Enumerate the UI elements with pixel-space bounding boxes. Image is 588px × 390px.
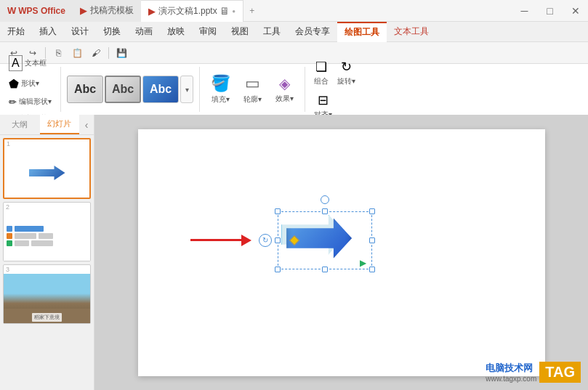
tab-member[interactable]: 会员专享 — [288, 22, 337, 42]
title-bar: W WPS Office ▶ 找稿壳模板 ▶ 演示文稿1.pptx 🖥 ● + … — [0, 0, 588, 22]
left-panel: 大纲 幻灯片 ‹ 1 2 — [0, 115, 94, 390]
shape-style-more[interactable]: ▾ — [180, 76, 193, 103]
separator-2 — [108, 47, 109, 59]
tab-draw-tools[interactable]: 绘图工具 — [337, 22, 387, 42]
slide-inner-3: 稻家下意境 — [4, 274, 90, 323]
minimize-button[interactable]: ─ — [512, 0, 537, 22]
template-label: 找稿壳模板 — [90, 4, 134, 17]
contour-btn[interactable]: ▭ 轮廓▾ — [238, 73, 267, 106]
slide-num-3: 3 — [4, 265, 90, 274]
ribbon-tabs: 开始 插入 设计 切换 动画 放映 审阅 视图 工具 会员专享 绘图工具 文本工… — [0, 22, 588, 42]
slide-inner-2 — [4, 211, 90, 261]
edit-shape-btn[interactable]: ✏ 编辑形状▾ — [6, 95, 55, 109]
tab-view[interactable]: 视图 — [224, 22, 256, 42]
slide-num-1: 1 — [4, 139, 89, 148]
handle-tr[interactable] — [369, 208, 375, 214]
watermark-main-text: 电脑技术网 — [486, 362, 536, 375]
align-icon: ⊟ — [318, 92, 329, 108]
wps-label: WPS Office — [18, 6, 65, 16]
rotation-handle[interactable] — [321, 195, 329, 204]
thumb2-row2 — [7, 233, 53, 239]
watermark: 电脑技术网 www.tagxp.com TAG — [486, 362, 581, 383]
tab-text-tools[interactable]: 文本工具 — [387, 22, 436, 42]
thumb2-bar3 — [39, 233, 53, 239]
shape-style-3[interactable]: Abc — [142, 76, 179, 103]
monitor-icon: 🖥 — [220, 5, 230, 17]
template-icon: ▶ — [80, 5, 87, 16]
thumb2-row3 — [7, 240, 53, 246]
wps-tab[interactable]: W WPS Office — [0, 0, 73, 22]
panel-tabs: 大纲 幻灯片 ‹ — [0, 115, 94, 135]
tab-design[interactable]: 设计 — [64, 22, 96, 42]
rotate-label: 旋转▾ — [337, 76, 355, 86]
rotate-circle-icon[interactable]: ↻ — [259, 234, 272, 247]
tab-tools[interactable]: 工具 — [256, 22, 288, 42]
thumb3-label: 稻家下意境 — [32, 313, 62, 322]
shape-label: 形状▾ — [21, 78, 39, 89]
thumb2-icons — [7, 226, 44, 232]
contour-icon: ▭ — [245, 74, 260, 93]
paste-btn[interactable]: 📋 — [69, 45, 85, 61]
handle-br[interactable] — [369, 267, 375, 272]
contour-label: 轮廓▾ — [243, 94, 262, 105]
effect-label: 效果▾ — [275, 94, 294, 104]
thumb-arrow-shape — [29, 166, 65, 180]
tab-outline[interactable]: 大纲 — [0, 115, 40, 134]
handle-tl[interactable] — [275, 208, 281, 214]
text-box-btn[interactable]: A 文本框 — [6, 54, 49, 73]
format-btn[interactable]: 🖌 — [88, 45, 104, 61]
slide-thumb-3[interactable]: 3 稻家下意境 — [3, 264, 91, 324]
shape-btn[interactable]: ⬟ 形状▾ — [6, 76, 42, 92]
tab-slides[interactable]: 幻灯片 — [40, 115, 80, 134]
panel-close[interactable]: ‹ — [79, 115, 94, 134]
slide-num-2: 2 — [4, 203, 90, 211]
rotate-icon: ↻ — [341, 59, 352, 75]
rotate-btn[interactable]: ↻ 旋转▾ — [334, 57, 358, 88]
new-tab-button[interactable]: + — [243, 6, 260, 16]
handle-ml[interactable] — [275, 237, 281, 243]
handle-mr[interactable] — [369, 237, 375, 243]
main-layout: 大纲 幻灯片 ‹ 1 2 — [0, 115, 588, 390]
template-tab[interactable]: ▶ 找稿壳模板 — [73, 0, 141, 22]
fill-contour-effect-group: 🪣 填充▾ ▭ 轮廓▾ ◈ 效果▾ — [200, 67, 305, 112]
red-arrow-line — [190, 239, 241, 241]
wps-logo: W — [7, 5, 16, 16]
edit-shape-label: 编辑形状▾ — [19, 97, 52, 107]
handle-bl[interactable] — [275, 267, 281, 272]
close-button[interactable]: ✕ — [563, 0, 588, 22]
ribbon-content: A 文本框 ⬟ 形状▾ ✏ 编辑形状▾ ⊞ 合并形状▾ Abc Abc Ab — [0, 64, 588, 115]
slide-thumb-2[interactable]: 2 — [3, 202, 91, 261]
watermark-text-block: 电脑技术网 www.tagxp.com — [486, 362, 536, 383]
shape-styles-group: Abc Abc Abc ▾ — [61, 67, 200, 112]
thumb2-icon1 — [7, 226, 12, 232]
save-btn[interactable]: 💾 — [113, 45, 129, 61]
handle-tm[interactable] — [322, 208, 328, 214]
thumb2-bar2 — [15, 233, 36, 239]
tab-transition[interactable]: 切换 — [96, 22, 128, 42]
tab-insert[interactable]: 插入 — [32, 22, 64, 42]
handle-bm[interactable] — [322, 267, 328, 272]
watermark-url: www.tagxp.com — [486, 375, 536, 383]
fill-btn[interactable]: 🪣 填充▾ — [206, 73, 235, 106]
file-tab[interactable]: ▶ 演示文稿1.pptx 🖥 ● — [141, 0, 243, 22]
combine-btn[interactable]: ❏ 组合 — [311, 57, 331, 88]
shape-style-1[interactable]: Abc — [67, 76, 103, 103]
thumb2-bar1 — [15, 226, 44, 232]
shape-style-2[interactable]: Abc — [105, 76, 141, 103]
text-box-icon: A — [9, 55, 23, 71]
slide-list: 1 2 — [0, 135, 94, 390]
thumb2-icon3 — [7, 240, 12, 246]
thumb2-bar5 — [31, 240, 53, 246]
canvas-area[interactable]: ▶ ↻ 电脑技术网 www.tagxp.com TAG — [94, 115, 588, 390]
tab-start[interactable]: 开始 — [0, 22, 32, 42]
shape-container[interactable]: ▶ ↻ — [278, 211, 372, 269]
thumb2-icon2 — [7, 233, 12, 239]
effect-btn[interactable]: ◈ 效果▾ — [270, 73, 299, 105]
red-arrow-head — [241, 235, 251, 246]
tab-animation[interactable]: 动画 — [128, 22, 160, 42]
file-icon: ▶ — [148, 6, 156, 17]
tab-slideshow[interactable]: 放映 — [160, 22, 192, 42]
tab-review[interactable]: 审阅 — [192, 22, 224, 42]
slide-thumb-1[interactable]: 1 — [3, 138, 91, 199]
maximize-button[interactable]: □ — [537, 0, 563, 22]
